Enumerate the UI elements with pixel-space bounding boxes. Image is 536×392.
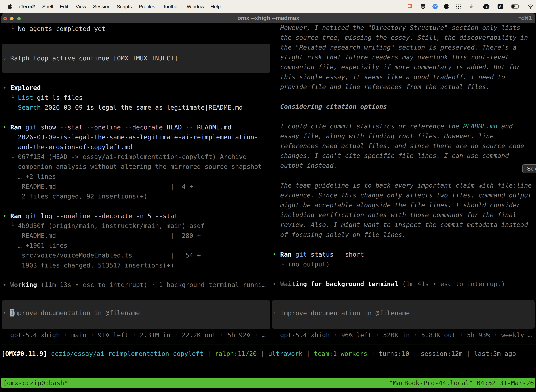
text-segment: decorate [102,212,132,219]
text-segment: evidence. Since this change only affects… [273,191,532,199]
text-segment: n [140,212,144,219]
apple-menu-icon[interactable] [8,4,12,9]
text-segment: team:1 workers [314,350,367,357]
text-segment: I [10,309,14,317]
terminal-area: └ No agents completed yet› Ralph loop ac… [1,13,535,391]
text-segment [3,104,18,111]
terminal-line: 1903 files changed, 513517 insertions(+) [3,261,174,270]
text-segment: (1m 41s • esc to interrupt) [398,280,505,288]
menu-item-edit[interactable]: Edit [60,0,68,13]
terminal-line: • Working (11m 13s • esc to interrupt) ·… [3,280,266,290]
terminal-line: the "Related research writing" section i… [273,42,517,52]
text-segment [90,212,94,219]
text-segment: 1903 files changed, 513517 insertions(+) [3,262,174,269]
text-segment: -- [94,212,102,219]
text-segment: git ls-files [33,94,83,101]
text-segment: No agents completed yet [18,25,106,32]
text-segment: review. Also, I might want to inspect th… [273,221,528,228]
text-segment: 2026-03-09-is-legal-the-same-as-legitima… [41,104,243,111]
tmux-session-label: [omx-cczip0:bash* [3,378,68,388]
window-title-bar[interactable]: omx --xhigh --madmax ⌥⌘1 [1,13,535,23]
terminal-line: └ No agents completed yet [3,24,105,34]
text-segment: Waiting for background terminal [280,280,398,288]
text-segment [292,251,295,258]
menu-item-toolbelt[interactable]: Toolbelt [163,0,180,13]
keyboard-layout-icon[interactable]: A [498,0,503,13]
text-segment: including verification notes with those … [273,211,517,219]
text-segment: log [41,212,52,219]
menu-item-scripts[interactable]: Scripts [117,0,132,13]
menu-item-shell[interactable]: Shell [42,0,53,13]
text-segment [22,124,25,131]
desktop: {"menu_bar":{"items":[{"label":"iTerm2",… [0,0,536,392]
menu-item-view[interactable]: View [76,0,86,13]
text-segment: last:5m ago [474,350,516,357]
menu-item-iterm2[interactable]: iTerm2 [19,0,35,13]
terminal-line: └ (no output) [273,259,330,269]
wifi-icon[interactable] [527,0,533,13]
tmux-pane-right[interactable]: However, I noticed the "Directory Struct… [271,13,535,345]
text-segment: 2 files changed, 92 insertions(+) [3,193,148,200]
text-segment: • [3,281,10,288]
terminal-line: evidence. Since this change only affects… [273,190,532,200]
text-segment: companion file, especially if more comme… [273,63,520,71]
text-segment: -- [56,212,64,219]
prompt-input-text[interactable]: › Improve documentation in @filename [3,308,140,318]
text-segment: turns:10 [379,350,409,357]
chat-app-icon[interactable] [407,0,412,13]
notched-circle-icon[interactable] [444,0,449,13]
dots-grid-icon[interactable] [455,0,462,13]
terminal-line: └ 4b9d30f (origin/main, instructkr/main,… [3,221,205,231]
badge-61-label: ..61 [485,6,489,9]
terminal-line: • Ran git log --oneline --decorate -n 5 … [3,211,178,221]
terminal-line: including verification notes with those … [273,210,517,220]
text-segment: cczip/essay/ai-reimplementation-copyleft [51,350,203,357]
text-segment: -- [337,251,345,258]
text-segment: oneline [94,124,121,131]
pulse-badge-icon[interactable] [432,0,438,13]
terminal-line: output instead. [273,161,337,171]
menu-item-window[interactable]: Window [187,0,204,13]
tmux-status-bar: [omx-cczip0:bash* "MacBook-Pro-44.local"… [1,378,535,388]
text-segment: might be acceptable alongside the file l… [273,201,520,209]
terminal-line: Search 2026-03-09-is-legal-the-same-as-l… [3,103,243,112]
tmux-host-clock-label: "MacBook-Pro-44.local" 04:52 31-Mar-26 [389,378,534,388]
text-segment: › [273,309,280,317]
text-segment [132,212,136,219]
text-segment: • [3,212,10,219]
text-segment: show [41,124,56,131]
text-segment: › [3,309,10,317]
text-segment: 4b9d30f (origin/main, instructkr/main, m… [18,222,205,229]
badge-61-icon[interactable]: ..61 [483,0,490,13]
text-segment [56,124,60,131]
text-segment: List [18,94,33,101]
text-segment [83,124,86,131]
shield-grid-icon[interactable] [420,0,426,13]
tmux-pane-left[interactable]: └ No agents completed yet› Ralph loop ac… [1,13,271,345]
text-segment: … +2 lines [3,173,56,180]
battery-charging-icon[interactable] [511,0,519,13]
tmux-pane-bottom: [OMX#0.11.9] cczip/essay/ai-reimplementa… [1,345,535,391]
text-segment: README.md [197,124,231,131]
text-segment: this single essay, it seems like a good … [273,73,505,81]
terminal-line: provide file and line references from th… [273,82,490,92]
text-segment: 2026-03-09-is-legal-the-same-as-legitima… [3,134,258,141]
prompt-input-text[interactable]: › Ralph loop active continue [OMX_TMUX_I… [3,53,178,63]
menu-item-session[interactable]: Session [93,0,111,13]
text-segment [37,124,41,131]
screen-sharing-overlay-button[interactable]: Scre [522,164,536,173]
text-segment: -- [86,124,94,131]
text-segment: Search [18,104,41,111]
text-segment [182,124,186,131]
text-segment: the source tree, missing the essay. Stil… [273,34,528,41]
prompt-input-text[interactable]: › Improve documentation in @filename [273,308,410,318]
hook-app-icon[interactable] [470,0,474,13]
text-segment: • [3,84,10,91]
text-segment: - [136,212,140,219]
text-segment [307,251,311,258]
text-segment: and [498,123,513,130]
menu-item-help[interactable]: Help [211,0,221,13]
menu-item-profiles[interactable]: Profiles [139,0,155,13]
text-segment: essay file, along with finding root file… [273,132,494,140]
text-segment: git [25,124,37,131]
